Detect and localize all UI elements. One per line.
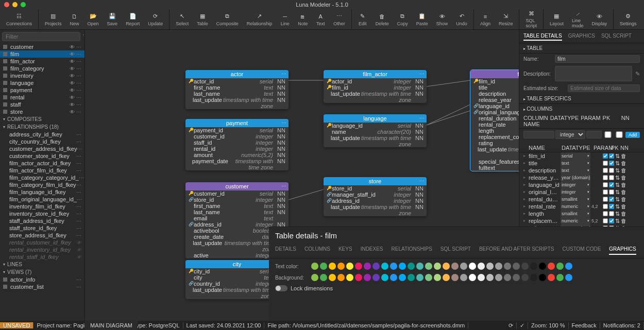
toolbar-paste[interactable]: 📋Paste: [412, 9, 432, 29]
entity-column[interactable]: 🔑customer_idserialNN: [185, 190, 289, 197]
specifics-section-header[interactable]: TABLE SPECIFICS: [519, 94, 644, 104]
sidebar-rel-disabled[interactable]: rental_customer_id_fkey👁: [0, 239, 84, 246]
col-pk-checkbox[interactable]: [603, 189, 608, 195]
color-swatch[interactable]: [399, 263, 406, 270]
entity-column[interactable]: customer_idintegerNN: [185, 133, 289, 140]
col-type-select[interactable]: serial▾: [561, 152, 590, 160]
visibility-icon[interactable]: 👁 ⋯: [70, 88, 81, 93]
new-col-nn[interactable]: [614, 131, 624, 138]
entity-column[interactable]: lengthsmallint: [470, 128, 519, 134]
status-sync-icon[interactable]: ⟳: [505, 322, 517, 329]
sidebar-table-payment[interactable]: payment👁 ⋯: [0, 86, 84, 94]
status-check-icon[interactable]: ✓: [517, 322, 528, 329]
color-swatch[interactable]: [548, 263, 555, 270]
col-type-select[interactable]: year (domain)▾: [561, 174, 590, 181]
col-type-select[interactable]: smallint▾: [561, 210, 590, 217]
chevron-icon[interactable]: ▸: [523, 210, 528, 217]
toolbar-resize[interactable]: ⇲Resize: [495, 9, 517, 29]
col-list-row[interactable]: ▸lengthsmallint▾⇅🗑: [519, 210, 644, 217]
rp-tab-graphics[interactable]: GRAPHICS: [568, 32, 595, 41]
color-swatch[interactable]: [408, 263, 415, 270]
status-notifications[interactable]: Notifications: 2: [600, 322, 644, 329]
entity-column[interactable]: special_features[ ]text: [470, 159, 519, 165]
toolbar-select[interactable]: ↖Select: [172, 9, 193, 29]
color-swatch[interactable]: [311, 263, 318, 270]
toolbar-text[interactable]: AText: [312, 9, 329, 29]
color-swatch[interactable]: [372, 263, 380, 270]
entity-column[interactable]: staff_idintegerNN: [185, 140, 289, 146]
sidebar-rel[interactable]: city_country_id_fkey⋯: [0, 138, 84, 145]
toolbar-edit[interactable]: ✎Edit: [354, 9, 371, 29]
color-swatch[interactable]: [460, 263, 467, 270]
entity-column[interactable]: 🔑store_idserialNN: [324, 185, 427, 192]
color-swatch[interactable]: [390, 274, 397, 281]
entity-column[interactable]: last_nametextNN: [185, 91, 289, 97]
new-col-name[interactable]: [523, 131, 554, 138]
estsize-input[interactable]: [568, 84, 640, 92]
entity-column[interactable]: 🔗original_language_idinteger: [470, 109, 519, 115]
sidebar-view[interactable]: actor_info⋯: [0, 276, 84, 283]
entity-menu-icon[interactable]: ⋯: [281, 71, 286, 77]
entity-header[interactable]: film⋯: [470, 70, 519, 78]
sidebar-table-store[interactable]: store👁 ⋯: [0, 108, 84, 115]
color-swatch[interactable]: [320, 263, 327, 270]
entity-column[interactable]: amountnumeric(5,2)NN: [185, 152, 289, 158]
col-nn-checkbox[interactable]: [609, 153, 614, 159]
col-type-select[interactable]: numeric▾: [561, 217, 590, 224]
color-swatch[interactable]: [337, 274, 345, 281]
entity-column[interactable]: last_nametextNN: [185, 209, 289, 215]
toolbar-other[interactable]: ⋯Other: [329, 9, 349, 29]
entity-column[interactable]: namecharacter(20)NN: [324, 129, 427, 135]
entity-column[interactable]: 🔑actor_idintegerNN: [324, 78, 427, 84]
sidebar-table-rental[interactable]: rental👁 ⋯: [0, 94, 84, 101]
move-icon[interactable]: ⇅: [615, 167, 620, 174]
toolbar-projects[interactable]: ▥Projects: [41, 9, 66, 29]
entity-column[interactable]: fulltexttsvectorNN: [470, 165, 519, 171]
col-type-select[interactable]: text▾: [561, 167, 590, 174]
move-icon[interactable]: ⇅: [615, 152, 620, 160]
col-list-row[interactable]: ▸language_idinteger▾⇅🗑: [519, 181, 644, 188]
delete-icon[interactable]: 🗑: [621, 210, 626, 217]
sidebar-table-film_category[interactable]: film_category👁 ⋯: [0, 65, 84, 72]
color-swatch[interactable]: [556, 274, 564, 281]
col-nn-checkbox[interactable]: [609, 218, 614, 223]
col-type-select[interactable]: integer▾: [561, 188, 590, 196]
color-swatch[interactable]: [399, 274, 406, 281]
toolbar-show[interactable]: 👁Show: [432, 9, 452, 29]
entity-menu-icon[interactable]: ⋯: [281, 120, 286, 126]
move-icon[interactable]: ⇅: [615, 203, 620, 210]
col-pk-checkbox[interactable]: [603, 168, 608, 173]
sidebar-rel[interactable]: customer_address_id_fkey⋯: [0, 145, 84, 152]
toolbar-open[interactable]: 📂Open: [83, 9, 103, 29]
color-swatch[interactable]: [443, 263, 450, 270]
color-swatch[interactable]: [486, 274, 494, 281]
entity-column[interactable]: payment_datetimestamp with time zoneNN: [185, 158, 289, 170]
entity-column[interactable]: 🔑language_idserialNN: [324, 123, 427, 129]
color-swatch[interactable]: [381, 263, 388, 270]
color-swatch[interactable]: [346, 274, 353, 281]
toolbar-sql-script[interactable]: ⌘SQL script: [521, 9, 541, 29]
bp-tab-custom-code[interactable]: CUSTOM CODE: [563, 244, 601, 255]
color-swatch[interactable]: [311, 274, 318, 281]
bp-tab-graphics[interactable]: GRAPHICS: [609, 244, 636, 255]
delete-icon[interactable]: 🗑: [621, 160, 626, 167]
entity-column[interactable]: replacement_costnumeric(5,2)NN: [470, 134, 519, 140]
color-swatch[interactable]: [443, 274, 450, 281]
toolbar-line[interactable]: ─Line: [276, 9, 294, 29]
move-icon[interactable]: ⇅: [615, 196, 620, 203]
new-col-type[interactable]: integer: [555, 130, 585, 139]
entity-column[interactable]: rental_ratenumeric(4,2)NN: [470, 121, 519, 128]
visibility-icon[interactable]: 👁 ⋯: [70, 59, 81, 64]
rp-tab-table-details[interactable]: TABLE DETAILS: [523, 32, 562, 41]
color-swatch[interactable]: [460, 274, 467, 281]
col-type-select[interactable]: smallint▾: [561, 196, 590, 203]
status-zoom[interactable]: Zoom: 100 %: [528, 322, 568, 329]
color-swatch[interactable]: [548, 274, 555, 281]
status-feedback[interactable]: Feedback: [569, 322, 600, 329]
color-swatch[interactable]: [478, 263, 485, 270]
toolbar-delete[interactable]: 🗑Delete: [371, 9, 393, 29]
col-nn-checkbox[interactable]: [609, 204, 614, 209]
sidebar-table-inventory[interactable]: inventory👁 ⋯: [0, 72, 84, 79]
entity-menu-icon[interactable]: ⋯: [419, 71, 425, 77]
chevron-icon[interactable]: ▸: [523, 174, 528, 181]
